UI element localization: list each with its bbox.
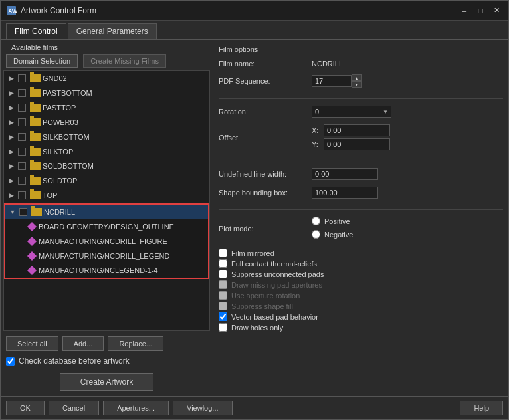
diamond-icon [27, 251, 37, 261]
offset-x-input[interactable] [324, 124, 390, 136]
list-item[interactable]: ▶ POWER03 [4, 115, 209, 130]
suppress-unconnected-checkbox[interactable] [219, 270, 227, 278]
film-checkbox[interactable] [18, 89, 26, 97]
minimize-button[interactable]: – [458, 5, 471, 16]
undefined-line-width-input[interactable] [312, 168, 378, 180]
svg-text:AW: AW [8, 8, 17, 15]
expand-icon[interactable]: ▶ [7, 103, 16, 112]
viewlog-button[interactable]: Viewlog... [173, 401, 233, 415]
title-bar: AW Artwork Control Form – □ ✕ [1, 1, 508, 21]
offset-y-input[interactable] [324, 138, 390, 150]
use-aperture-option: Use aperture rotation [219, 291, 503, 300]
vector-based-checkbox[interactable] [219, 312, 227, 321]
film-checkbox[interactable] [18, 191, 26, 199]
film-checkbox[interactable] [18, 74, 26, 82]
film-list[interactable]: ▶ GND02 ▶ PASTBOTTOM ▶ PASTTOP [3, 70, 210, 331]
diamond-icon [27, 237, 37, 246]
domain-selection-button[interactable]: Domain Selection [6, 54, 78, 68]
pdf-sequence-input[interactable] [312, 75, 352, 87]
full-contact-option: Full contact thermal-reliefs [219, 259, 503, 268]
create-artwork-button[interactable]: Create Artwork [60, 373, 153, 391]
checkbox-options-group: Film mirrored Full contact thermal-relie… [219, 249, 503, 334]
expand-icon[interactable]: ▶ [7, 176, 16, 185]
suppress-shape-checkbox [219, 302, 227, 310]
cancel-button[interactable]: Cancel [49, 401, 99, 415]
film-name-row: Film name: NCDRILL [219, 60, 503, 68]
film-mirrored-checkbox[interactable] [219, 249, 227, 257]
offset-label-group: Offset [219, 133, 312, 142]
shape-bounding-box-row: Shape bounding box: [219, 187, 503, 199]
expand-icon[interactable]: ▶ [7, 147, 16, 156]
positive-radio-row: Positive [312, 217, 353, 225]
left-panel: Available films Domain Selection Create … [1, 40, 213, 396]
film-name-label: Film name: [219, 60, 312, 68]
film-checkbox[interactable] [18, 133, 26, 141]
add-button[interactable]: Add... [62, 336, 104, 351]
film-checkbox[interactable] [18, 118, 26, 126]
expand-icon[interactable]: ▶ [7, 88, 16, 98]
list-item[interactable]: ▶ SILKTOP [4, 144, 209, 159]
expand-icon[interactable]: ▶ [7, 161, 16, 171]
draw-missing-label: Draw missing pad apertures [231, 281, 322, 289]
check-database-label: Check database before artwork [19, 356, 130, 366]
rotation-row: Rotation: 0 ▼ [219, 106, 503, 118]
plot-mode-section: Plot mode: Positive Negative [219, 217, 503, 241]
film-checkbox[interactable] [18, 104, 26, 112]
rotation-dropdown[interactable]: 0 ▼ [312, 106, 391, 118]
film-checkbox[interactable] [19, 208, 27, 216]
draw-missing-option: Draw missing pad apertures [219, 280, 503, 289]
list-item[interactable]: ▶ PASTTOP [4, 100, 209, 115]
spinbox-down-button[interactable]: ▼ [352, 81, 362, 88]
shape-bounding-box-input[interactable] [312, 187, 378, 199]
pdf-sequence-label: PDF Sequence: [219, 77, 312, 85]
list-item[interactable]: ▶ SOLDTOP [4, 173, 209, 188]
ncdrill-child-item[interactable]: MANUFACTURING/NCDRILL_FIGURE [5, 234, 208, 249]
list-item[interactable]: ▶ GND02 [4, 71, 209, 86]
suppress-shape-option: Suppress shape fill [219, 302, 503, 310]
full-contact-checkbox[interactable] [219, 259, 227, 268]
expand-icon[interactable]: ▶ [7, 118, 16, 127]
check-database-checkbox[interactable] [6, 357, 15, 366]
negative-radio[interactable] [312, 230, 320, 239]
use-aperture-label: Use aperture rotation [231, 292, 300, 300]
film-options-label: Film options [219, 45, 503, 53]
suppress-unconnected-option: Suppress unconnected pads [219, 270, 503, 278]
draw-holes-checkbox[interactable] [219, 323, 227, 332]
expand-icon[interactable]: ▶ [7, 132, 16, 142]
ncdrill-child-item[interactable]: BOARD GEOMETRY/DESIGN_OUTLINE [5, 219, 208, 234]
select-all-button[interactable]: Select all [6, 336, 58, 351]
expand-icon[interactable]: ▶ [7, 191, 16, 200]
film-checkbox[interactable] [18, 148, 26, 156]
list-item[interactable]: ▶ PASTBOTTOM [4, 86, 209, 100]
film-mirrored-label: Film mirrored [231, 249, 274, 257]
close-button[interactable]: ✕ [490, 5, 503, 16]
ok-button[interactable]: OK [6, 401, 45, 415]
tab-film-control[interactable]: Film Control [6, 23, 66, 39]
plot-mode-options: Positive Negative [312, 217, 353, 241]
window-controls: – □ ✕ [458, 5, 503, 16]
film-checkbox[interactable] [18, 162, 26, 170]
folder-icon [30, 162, 41, 170]
help-button[interactable]: Help [460, 401, 503, 415]
expand-icon[interactable]: ▶ [7, 74, 16, 83]
maximize-button[interactable]: □ [474, 5, 487, 16]
folder-icon [31, 208, 42, 216]
ncdrill-item[interactable]: ▼ NCDRILL [5, 205, 208, 219]
positive-radio[interactable] [312, 217, 320, 225]
vector-based-label: Vector based pad behavior [231, 313, 318, 321]
offset-xy-pair: X: Y: [312, 124, 390, 150]
list-item[interactable]: ▶ TOP [4, 188, 209, 203]
ncdrill-child-item[interactable]: MANUFACTURING/NCLEGEND-1-4 [5, 263, 208, 278]
negative-label: Negative [324, 231, 353, 239]
shape-bounding-box-label: Shape bounding box: [219, 189, 312, 197]
list-item[interactable]: ▶ SILKBOTTOM [4, 130, 209, 144]
film-checkbox[interactable] [18, 177, 26, 185]
replace-button[interactable]: Replace... [108, 336, 163, 351]
list-item[interactable]: ▶ SOLDBOTTOM [4, 159, 209, 173]
tab-general-parameters[interactable]: General Parameters [68, 23, 157, 39]
expand-icon[interactable]: ▼ [8, 207, 17, 217]
ncdrill-child-item[interactable]: MANUFACTURING/NCDRILL_LEGEND [5, 249, 208, 263]
check-database-row: Check database before artwork [1, 354, 213, 368]
spinbox-up-button[interactable]: ▲ [352, 74, 362, 81]
apertures-button[interactable]: Apertures... [103, 401, 169, 415]
